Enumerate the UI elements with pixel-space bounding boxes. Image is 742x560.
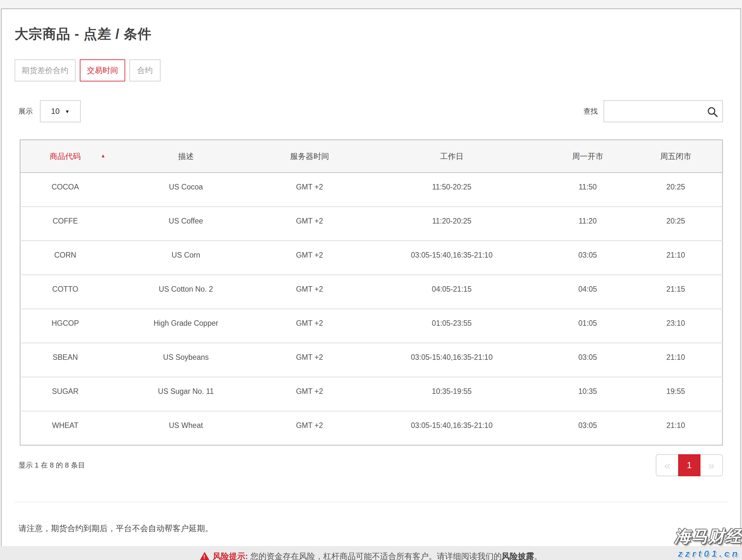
col-header-label: 服务器时间 xyxy=(290,152,329,161)
risk-label: 风险提示: xyxy=(213,552,248,560)
col-header-label: 周一开市 xyxy=(572,152,603,161)
table-cell: 04:05 xyxy=(546,275,629,309)
table-cell: GMT +2 xyxy=(262,172,357,207)
table-cell: 10:35 xyxy=(546,377,629,411)
table-row: COFFEUS CoffeeGMT +211:20-20:2511:2020:2… xyxy=(20,207,723,241)
table-cell: 01:05 xyxy=(546,309,629,343)
table-cell: 10:35-19:55 xyxy=(357,377,546,411)
table-header-row: 商品代码 ▲ 描述 服务器时间 工作日 周一开市 xyxy=(20,140,723,172)
table-cell: WHEAT xyxy=(20,411,110,445)
page-title: 大宗商品 - 点差 / 条件 xyxy=(15,26,727,42)
pagination-prev-button[interactable]: « xyxy=(656,454,678,476)
table-footer: 显示 1 在 8 的 8 条目 « 1 » xyxy=(15,454,727,476)
table-cell: COCOA xyxy=(20,172,110,207)
pagination-next-button[interactable]: » xyxy=(700,454,723,476)
table-cell: 11:20-20:25 xyxy=(357,207,546,241)
table-cell: GMT +2 xyxy=(262,207,357,241)
search-icon[interactable] xyxy=(707,106,718,118)
table-row: COTTOUS Cotton No. 2GMT +204:05-21:1504:… xyxy=(20,275,723,309)
warning-icon: ! xyxy=(200,552,210,560)
table-cell: 21:15 xyxy=(629,275,723,309)
search-label: 查找 xyxy=(583,106,598,116)
table-cell: 19:55 xyxy=(629,377,723,411)
table-cell: US Coffee xyxy=(110,207,262,241)
table-row: SUGARUS Sugar No. 11GMT +210:35-19:5510:… xyxy=(20,377,723,411)
table-cell: US Soybeans xyxy=(110,343,262,377)
col-header-workday[interactable]: 工作日 xyxy=(357,140,546,172)
table-cell: 11:50 xyxy=(546,172,629,207)
col-header-symbol[interactable]: 商品代码 ▲ xyxy=(20,140,110,172)
divider xyxy=(15,502,727,502)
risk-disclosure-link[interactable]: 风险披露 xyxy=(502,552,534,560)
table-cell: GMT +2 xyxy=(262,309,357,343)
table-cell: 03:05 xyxy=(546,241,629,275)
table-cell: 04:05-21:15 xyxy=(357,275,546,309)
table-cell: SUGAR xyxy=(20,377,110,411)
table-cell: 21:10 xyxy=(629,241,723,275)
col-header-label: 商品代码 xyxy=(50,152,81,161)
table-cell: US Corn xyxy=(110,241,262,275)
search-input[interactable] xyxy=(604,101,722,122)
risk-suffix: 。 xyxy=(534,552,542,560)
warning-mark: ! xyxy=(203,555,205,560)
tab-trading-hours[interactable]: 交易时间 xyxy=(80,59,125,82)
table-cell: GMT +2 xyxy=(262,411,357,445)
table-cell: High Grade Copper xyxy=(110,309,262,343)
table-row: HGCOPHigh Grade CopperGMT +201:05-23:550… xyxy=(20,309,723,343)
table-cell: 03:05-15:40,16:35-21:10 xyxy=(357,411,546,445)
table-cell: 03:05-15:40,16:35-21:10 xyxy=(357,343,546,377)
table-cell: 03:05 xyxy=(546,411,629,445)
table-cell: 11:20 xyxy=(546,207,629,241)
table-cell: US Wheat xyxy=(110,411,262,445)
table-row: WHEATUS WheatGMT +203:05-15:40,16:35-21:… xyxy=(20,411,723,445)
table-cell: 21:10 xyxy=(629,343,723,377)
table-cell: 01:05-23:55 xyxy=(357,309,546,343)
col-header-description[interactable]: 描述 xyxy=(110,140,262,172)
tab-futures-cfd[interactable]: 期货差价合约 xyxy=(15,59,75,82)
risk-text: 您的资金存在风险，杠杆商品可能不适合所有客户。请详细阅读我们的 xyxy=(250,552,502,560)
col-header-server-time[interactable]: 服务器时间 xyxy=(262,140,357,172)
sort-asc-icon: ▲ xyxy=(101,153,105,158)
table-cell: 21:10 xyxy=(629,411,723,445)
table-cell: US Sugar No. 11 xyxy=(110,377,262,411)
table-cell: US Cocoa xyxy=(110,172,262,207)
main-panel: 大宗商品 - 点差 / 条件 期货差价合约 交易时间 合约 展示 10 ▼ 查找 xyxy=(1,8,741,560)
page-size-select[interactable]: 10 ▼ xyxy=(40,100,81,122)
table-cell: COFFE xyxy=(20,207,110,241)
tab-bar: 期货差价合约 交易时间 合约 xyxy=(15,59,727,82)
table-cell: GMT +2 xyxy=(262,241,357,275)
trading-hours-table: 商品代码 ▲ 描述 服务器时间 工作日 周一开市 xyxy=(20,140,723,446)
tab-contracts[interactable]: 合约 xyxy=(129,59,161,82)
table-cell: GMT +2 xyxy=(262,343,357,377)
table-row: CORNUS CornGMT +203:05-15:40,16:35-21:10… xyxy=(20,241,723,275)
risk-warning-bar: ! 风险提示: 您的资金存在风险，杠杆商品可能不适合所有客户。请详细阅读我们的风… xyxy=(0,546,742,560)
table-cell: 20:25 xyxy=(629,207,723,241)
table-body: COCOAUS CocoaGMT +211:50-20:2511:5020:25… xyxy=(20,172,723,445)
col-header-friday-close[interactable]: 周五闭市 xyxy=(629,140,723,172)
table-cell: COTTO xyxy=(20,275,110,309)
search-box xyxy=(603,100,723,122)
col-header-label: 周五闭市 xyxy=(660,152,691,161)
table-cell: 23:10 xyxy=(629,309,723,343)
table-cell: US Cotton No. 2 xyxy=(110,275,262,309)
table-cell: SBEAN xyxy=(20,343,110,377)
table-wrap: 商品代码 ▲ 描述 服务器时间 工作日 周一开市 xyxy=(20,140,723,446)
expiry-note: 请注意，期货合约到期后，平台不会自动帮客户延期。 xyxy=(18,523,727,534)
table-cell: CORN xyxy=(20,241,110,275)
table-cell: 03:05 xyxy=(546,343,629,377)
table-row: SBEANUS SoybeansGMT +203:05-15:40,16:35-… xyxy=(20,343,723,377)
table-row: COCOAUS CocoaGMT +211:50-20:2511:5020:25 xyxy=(20,172,723,207)
table-cell: GMT +2 xyxy=(262,275,357,309)
col-header-label: 描述 xyxy=(178,152,194,161)
caret-down-icon: ▼ xyxy=(65,109,70,114)
page-size-value: 10 xyxy=(51,107,60,116)
show-label: 展示 xyxy=(18,106,33,116)
table-cell: 20:25 xyxy=(629,172,723,207)
table-cell: GMT +2 xyxy=(262,377,357,411)
table-cell: 11:50-20:25 xyxy=(357,172,546,207)
col-header-label: 工作日 xyxy=(440,152,464,161)
col-header-monday-open[interactable]: 周一开市 xyxy=(546,140,629,172)
entries-summary: 显示 1 在 8 的 8 条目 xyxy=(18,460,85,470)
table-cell: HGCOP xyxy=(20,309,110,343)
pagination-page-1-button[interactable]: 1 xyxy=(678,454,700,476)
